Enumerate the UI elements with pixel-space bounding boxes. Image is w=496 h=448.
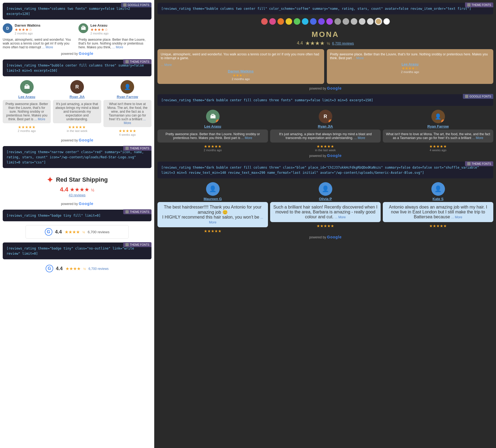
left-panel: GOOGLE FONTS [reviews_rating theme="colu…: [0, 0, 155, 448]
blue-stars-kate: ★★★★★: [383, 224, 493, 228]
blue-col-olivia: 👤 Olivia P Such a brilliant hair salon! …: [270, 182, 381, 233]
swatch-red[interactable]: [261, 18, 268, 25]
badge-tiny-fill-widget[interactable]: G 4.4 ★★★★½ 6,700 reviews: [26, 225, 129, 239]
code-block-5: THEME FONTS [reviews_rating theme="badge…: [3, 242, 151, 259]
reviewer-lee: 🏔 Lee Arasu ★★★★☆ 2 months ago Pretty aw…: [78, 23, 151, 49]
dark-stars-ryan-jia: ★★★★★: [270, 144, 381, 149]
more-link-lee[interactable]: ... More: [112, 45, 123, 49]
swatch-purple[interactable]: [326, 18, 333, 25]
swatch-pink[interactable]: [269, 18, 276, 25]
google-g-icon-2: G: [46, 265, 53, 272]
blue-stars-maureen: ★★★★★: [157, 229, 268, 233]
blue-col-kate: 👤 Kate S Antonio always does an amazing …: [383, 182, 493, 233]
blue-name-kate: Kate S: [383, 197, 493, 201]
swatch-blue[interactable]: [310, 18, 317, 25]
mona-review-2: Pretty awesome place. Better than the Lo…: [327, 49, 494, 84]
stars-lee: ★★★★☆: [90, 27, 109, 32]
blue-more-olivia[interactable]: ... More: [335, 215, 346, 219]
badge-r3: THEME FONTS: [465, 161, 493, 166]
section-right-2: GOOGLE FONTS [reviews_rating theme="dark…: [157, 94, 493, 158]
blue-more-kate[interactable]: ... More: [451, 215, 462, 219]
powered-google-r2: powered by Google: [157, 153, 493, 158]
section-narrow-red: THEME FONTS [reviews_rating theme="narro…: [3, 146, 151, 206]
dark-avatar-ryan-farrow: 👤★: [431, 110, 445, 123]
blue-col-maureen: 👤 Maureen G The best hairdresser!!!! Tha…: [157, 182, 268, 233]
powered-google-3: powered by Google: [3, 201, 151, 206]
dark-name-ryan-farrow: Ryan Farrow: [383, 124, 493, 128]
review-text-ryan-jia: It's just amazing, a place that always b…: [53, 100, 101, 123]
swatch-gray2[interactable]: [343, 18, 349, 25]
section-badge-fill: THEME FONTS [reviews_rating theme="badge…: [3, 210, 151, 239]
blue-review-maureen: The best hairdresser!!!! Thank you Anton…: [157, 202, 268, 227]
code-block-4: THEME FONTS [reviews_rating theme="badge…: [3, 210, 151, 221]
badge-rating: 4.4: [55, 229, 62, 235]
dark-avatar-ryan-jia: R★: [319, 110, 332, 123]
badge-google-fonts: GOOGLE FONTS: [121, 2, 151, 7]
blue-avatar-kate: 👤: [431, 182, 445, 196]
avatar-lee: 🏔: [78, 23, 88, 33]
avatar-ryan-farrow: 👤: [121, 80, 134, 94]
blue-avatar-maureen: 👤: [206, 182, 220, 196]
swatch-coffee[interactable]: [375, 18, 382, 25]
dark-more-ryan-farrow[interactable]: ... More: [472, 136, 483, 140]
badge-icon: [123, 3, 127, 7]
badge-icon-4: [125, 210, 129, 213]
powered-google-r3: powered by Google: [157, 235, 493, 239]
business-name-red: Red Star Shipping: [56, 176, 108, 183]
mona-stars-1: ★★★☆☆: [161, 73, 321, 77]
swatch-gray1[interactable]: [334, 18, 341, 25]
badge-icon-r1: [467, 3, 470, 7]
more-link-darren[interactable]: ... More: [42, 45, 53, 49]
powered-google-2: powered by Google: [3, 138, 151, 142]
swatch-gray5[interactable]: [367, 18, 374, 25]
review-text-lee-2: Pretty awesome place. Better than the Lo…: [3, 100, 51, 123]
avatar-lee-2: 🏔: [20, 80, 34, 94]
dark-more-lee[interactable]: ... More: [241, 136, 252, 140]
mona-reviews-link[interactable]: 6,700 reviews: [332, 41, 354, 45]
swatch-green[interactable]: [294, 18, 300, 25]
google-logo-3: Google: [79, 201, 93, 206]
blue-more-maureen[interactable]: ... More: [209, 216, 263, 224]
swatch-white[interactable]: [383, 18, 390, 25]
swatch-gray3[interactable]: [351, 18, 357, 25]
dark-col-ryan-farrow: 👤★ Ryan Farrow What isn't there to love …: [383, 110, 493, 152]
blue-review-kate: Antonio always does an amazing job with …: [383, 202, 493, 222]
dark-more-ryan-jia[interactable]: ... More: [354, 136, 365, 140]
swatch-cyan[interactable]: [302, 18, 308, 25]
time-ryan-farrow: 4 weeks ago: [103, 133, 151, 136]
mona-stars: ★★★★: [305, 40, 325, 46]
swatch-gray4[interactable]: [359, 18, 365, 25]
dark-col-ryan-jia: R★ Ryan JIA It's just amazing, a place t…: [270, 110, 381, 152]
dark-review-text-lee: Pretty awesome place. Better than the Lo…: [157, 130, 268, 143]
blue-review-olivia: Such a brilliant hair salon! Recently di…: [270, 202, 381, 222]
code-text-4: [reviews_rating theme="badge tiny fill" …: [7, 214, 101, 217]
narrow-widget: ✦ Red Star Shipping 4.4 ★★★★½ 43 reviews: [3, 172, 151, 200]
avatar-darren: D: [3, 23, 12, 33]
name-ryan-jia: Ryan JIA: [53, 95, 101, 99]
mona-time-1: 2 months ago: [161, 77, 321, 81]
mona-reviewer-name-2: Lee Arasu: [330, 62, 490, 66]
badge-r2: GOOGLE FONTS: [463, 94, 493, 99]
swatch-indigo[interactable]: [318, 18, 325, 25]
powered-google-r1: powered by Google: [157, 86, 493, 90]
dark-col-lee: 🏔★ Lee Arasu Pretty awesome place. Bette…: [157, 110, 268, 152]
more-link-lee-2[interactable]: ... More: [34, 117, 45, 121]
badge-icon-r3: [467, 162, 470, 165]
badge-count: 6,700 reviews: [88, 230, 109, 234]
mona-more-2[interactable]: ... More: [353, 56, 364, 60]
reviews-count-red[interactable]: 43 reviews: [5, 193, 149, 197]
review-pair-1: D Darren Watkins ★★★★☆ 2 months ago Uniq…: [3, 23, 151, 49]
mona-more-1[interactable]: ... More: [161, 63, 172, 67]
three-cols-left: 🏔 Lee Arasu Pretty awesome place. Better…: [3, 80, 151, 136]
col-ryan-jia: R Ryan JIA It's just amazing, a place th…: [53, 80, 101, 136]
badge-theme-fonts-2: THEME FONTS: [123, 59, 151, 64]
badge-no-outline-widget[interactable]: G 4.4 ★★★★½ 6,700 reviews: [26, 263, 129, 274]
rating-stars: ★★★★: [70, 186, 89, 193]
section-theme-fonts-2: THEME FONTS [reviews_rating theme="bubbl…: [3, 59, 151, 142]
dark-name-lee: Lee Arasu: [157, 124, 268, 128]
reviewer-inline-lee: 🏔 Lee Arasu ★★★★☆ 2 months ago: [78, 23, 151, 35]
more-link-ryan-farrow[interactable]: ... More: [124, 117, 146, 125]
swatch-yellow[interactable]: [286, 18, 292, 25]
swatch-orange[interactable]: [277, 18, 284, 25]
code-block-r1: THEME FONTS [reviews_rating theme="bubbl…: [157, 3, 493, 14]
